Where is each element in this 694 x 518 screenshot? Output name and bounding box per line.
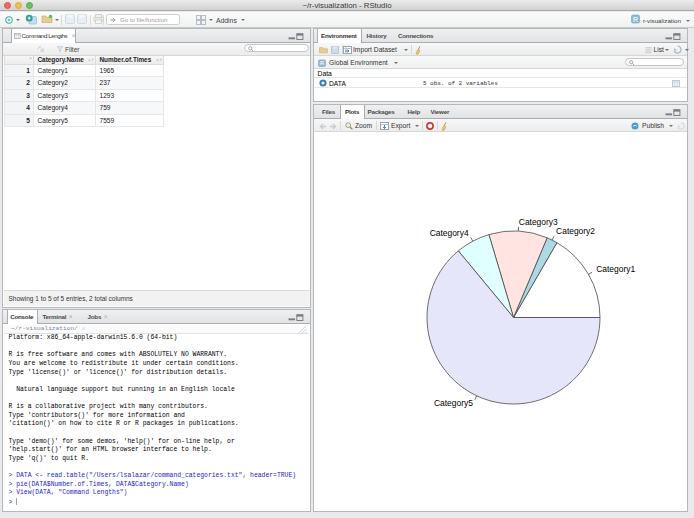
svg-text:Category5: Category5 [434, 398, 473, 408]
svg-text:Category3: Category3 [519, 217, 558, 227]
svg-text:Category1: Category1 [596, 264, 635, 274]
svg-text:Category4: Category4 [430, 228, 469, 238]
svg-text:R: R [633, 16, 638, 23]
svg-text:R: R [320, 60, 324, 66]
svg-text:Category2: Category2 [556, 226, 595, 236]
